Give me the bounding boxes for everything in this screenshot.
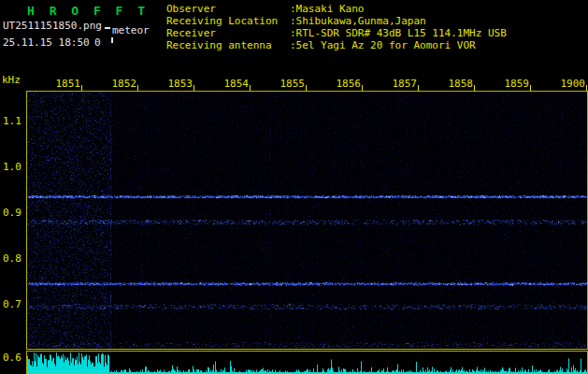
info-label: Receiver [166, 27, 290, 39]
x-axis-tick [362, 85, 363, 91]
info-row-observer: Observer :Masaki Kano [166, 3, 507, 15]
x-axis-tick-label: 1859 [503, 78, 529, 90]
info-label: Receiving antenna [166, 39, 290, 51]
signal-level-canvas [27, 352, 587, 373]
x-axis-tick-label: 1851 [54, 78, 80, 90]
info-row-location: Receiving Location :Shibukawa,Gunma,Japa… [166, 15, 507, 27]
meteor-marker-dash-icon [105, 27, 110, 29]
x-axis-tick [306, 85, 307, 91]
y-axis-tick-label: 1.0 [3, 161, 25, 173]
signal-level-strip [26, 351, 588, 374]
info-row-receiver: Receiver :RTL-SDR SDR# 43dB L15 114.1MHz… [166, 27, 507, 39]
y-axis-tick-label: 0.8 [3, 252, 25, 265]
x-axis-tick [474, 85, 475, 91]
x-axis-tick [81, 85, 82, 91]
info-value: :RTL-SDR SDR# 43dB L15 114.1MHz USB [290, 27, 507, 39]
output-filename: UT2511151850.png [3, 20, 102, 32]
observation-datetime: 25.11.15 18:50 [3, 36, 90, 49]
x-axis-tick-label: 1854 [222, 78, 249, 90]
x-axis-tick-label: 1856 [335, 78, 361, 90]
x-axis-tick-label: 1858 [447, 78, 473, 90]
info-label: Receiving Location [166, 15, 290, 27]
info-value: :5el Yagi Az 20 for Aomori VOR [290, 39, 476, 51]
x-axis-tick [530, 85, 531, 91]
info-row-antenna: Receiving antenna :5el Yagi Az 20 for Ao… [166, 39, 507, 51]
y-axis-tick-label: 0.7 [3, 298, 25, 310]
y-axis-unit-label: kHz [2, 74, 21, 86]
x-axis-tick [250, 85, 251, 91]
y-axis-tick-label: 1.1 [3, 115, 25, 127]
x-axis-tick-label: 1853 [166, 78, 193, 90]
meteor-counter: 0 [94, 36, 101, 49]
x-axis-tick-label: 1900 [559, 78, 585, 90]
app-title: H R O F F T [27, 4, 149, 18]
meteor-marker-tick-icon [111, 37, 113, 43]
meteor-marker-label: meteor [112, 24, 150, 36]
info-value: :Shibukawa,Gunma,Japan [290, 15, 426, 27]
hrofft-window: H R O F F T UT2511151850.png meteor 25.1… [0, 0, 588, 374]
x-axis-tick-label: 1852 [110, 78, 136, 90]
info-value: :Masaki Kano [290, 3, 364, 15]
x-axis-tick [586, 85, 587, 91]
info-label: Observer [166, 3, 290, 15]
y-axis-tick-label: 0.6 [3, 352, 25, 364]
x-axis-tick-label: 1857 [391, 78, 417, 90]
x-axis-tick-label: 1855 [279, 78, 305, 90]
spectrogram-panel [26, 91, 588, 350]
x-axis-tick [137, 85, 138, 91]
spectrogram-canvas [27, 92, 587, 349]
x-axis-tick [194, 85, 194, 91]
x-axis-tick [418, 85, 419, 91]
station-info: Observer :Masaki Kano Receiving Location… [166, 3, 507, 51]
y-axis-tick-label: 0.9 [3, 207, 25, 219]
